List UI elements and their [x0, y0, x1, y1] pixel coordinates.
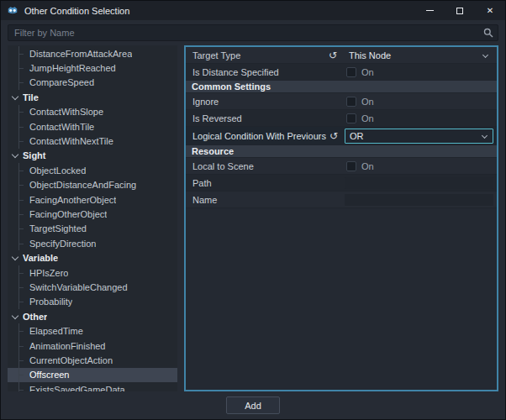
- property-value-cell: This Node: [341, 47, 497, 63]
- tree-guide: [8, 280, 24, 294]
- checkbox-label: On: [361, 97, 374, 107]
- section-header[interactable]: Common Settings: [186, 81, 497, 93]
- main-area: DistanceFromAttackAreaJumpHeightReachedC…: [8, 45, 498, 391]
- property-row: IgnoreOn: [186, 93, 497, 110]
- tree-item[interactable]: CurrentObjectAction: [8, 353, 177, 367]
- tree-item-label: ContactWithNextTile: [29, 136, 113, 146]
- condition-tree: DistanceFromAttackAreaJumpHeightReachedC…: [8, 45, 177, 391]
- tree-item-label: SwitchVariableChanged: [29, 282, 128, 292]
- tree-item-label: Probability: [29, 297, 72, 307]
- tree-item[interactable]: Offscreen: [8, 368, 177, 382]
- section-label: Common Settings: [192, 81, 271, 92]
- tree-category-label: Sight: [23, 150, 46, 160]
- filter-input[interactable]: [8, 24, 498, 41]
- tree-guide: [8, 353, 24, 367]
- tree-item-label: CurrentObjectAction: [29, 355, 113, 365]
- dialog-window: Other Condition Selection ✕ DistanceFrom…: [0, 0, 506, 420]
- minimize-button[interactable]: [414, 1, 445, 20]
- tree-guide: [8, 119, 24, 134]
- tree-item[interactable]: HPIsZero: [8, 265, 177, 280]
- maximize-button[interactable]: [445, 1, 475, 20]
- section-header[interactable]: Resource: [186, 145, 497, 158]
- tree-item-label: ExistsSavedGameData: [29, 385, 125, 391]
- filter-bar: [8, 24, 498, 41]
- tree-item[interactable]: ElapsedTime: [8, 323, 177, 338]
- text-field[interactable]: [345, 194, 493, 206]
- text-field[interactable]: [345, 177, 493, 189]
- tree-item[interactable]: CompareSpeed: [8, 76, 177, 90]
- chevron-down-icon: [12, 152, 18, 159]
- property-dropdown[interactable]: OR: [345, 129, 493, 144]
- tree-item[interactable]: ContactWithNextTile: [8, 134, 177, 148]
- tree-guide: [8, 105, 24, 119]
- tree-item-label: Offscreen: [29, 370, 70, 380]
- property-label: Name: [192, 195, 217, 205]
- tree-item[interactable]: DistanceFromAttackArea: [8, 46, 177, 60]
- property-label: Is Reversed: [192, 113, 242, 123]
- checkbox[interactable]: [346, 97, 356, 107]
- property-row: Is Distance SpecifiedOn: [186, 64, 497, 81]
- checkbox[interactable]: [346, 67, 356, 77]
- property-dropdown[interactable]: This Node: [345, 49, 493, 62]
- tree-item-label: CompareSpeed: [29, 77, 94, 87]
- tree-item[interactable]: SpecifyDirection: [8, 236, 177, 250]
- tree-guide: [8, 265, 24, 280]
- property-row: Logical Condition With Previours↺OR: [186, 127, 497, 145]
- tree-category-label: Tile: [23, 92, 39, 102]
- checkbox[interactable]: [346, 161, 356, 171]
- property-label-cell: Ignore: [186, 93, 341, 109]
- tree-item[interactable]: TargetSighted: [8, 222, 177, 236]
- revert-icon[interactable]: ↺: [326, 131, 338, 141]
- property-row: Local to SceneOn: [186, 158, 497, 175]
- tree-guide: [8, 134, 24, 148]
- search-icon: [483, 28, 493, 38]
- close-button[interactable]: ✕: [475, 1, 505, 20]
- property-label: Logical Condition With Previours: [192, 131, 326, 141]
- property-value-cell: On: [341, 64, 497, 80]
- tree-item-label: JumpHeightReached: [29, 63, 116, 73]
- tree-item[interactable]: FacingAnotherObject: [8, 192, 177, 207]
- tree-item[interactable]: ContactWithTile: [8, 119, 177, 134]
- property-label-cell: Local to Scene: [186, 158, 341, 174]
- tree-guide: [8, 163, 24, 177]
- property-label: Ignore: [192, 97, 219, 107]
- tree-item[interactable]: ContactWithSlope: [8, 105, 177, 119]
- tree-category[interactable]: Other: [8, 309, 177, 323]
- property-row: Name: [186, 192, 497, 208]
- checkbox[interactable]: [346, 113, 356, 123]
- titlebar[interactable]: Other Condition Selection ✕: [1, 1, 505, 20]
- tree-item[interactable]: ObjectLocked: [8, 163, 177, 177]
- chevron-down-icon: [12, 94, 18, 101]
- tree-item[interactable]: FacingOtherObject: [8, 207, 177, 221]
- property-label-cell: Is Reversed: [186, 110, 341, 126]
- tree-category[interactable]: Variable: [8, 250, 177, 265]
- tree-item[interactable]: JumpHeightReached: [8, 60, 177, 75]
- tree-item[interactable]: ObjectDistanceAndFacing: [8, 178, 177, 192]
- chevron-down-icon: [12, 255, 18, 261]
- add-button[interactable]: Add: [226, 396, 280, 414]
- property-value-cell: [341, 175, 497, 191]
- property-label: Is Distance Specified: [192, 67, 279, 77]
- tree-item[interactable]: AnimationFinished: [8, 339, 177, 353]
- checkbox-label: On: [361, 67, 374, 77]
- tree-item[interactable]: SwitchVariableChanged: [8, 280, 177, 294]
- dropdown-value: This Node: [349, 50, 391, 60]
- tree-category[interactable]: Sight: [8, 149, 177, 163]
- footer: Add: [8, 391, 498, 419]
- property-value-cell: On: [341, 93, 497, 109]
- chevron-down-icon: [482, 52, 489, 59]
- tree-item[interactable]: Probability: [8, 295, 177, 309]
- property-label-cell: Path: [186, 175, 341, 191]
- tree-item-label: TargetSighted: [29, 223, 87, 234]
- tree-guide: [8, 192, 24, 207]
- window-title: Other Condition Selection: [24, 6, 129, 16]
- property-label-cell: Logical Condition With Previours↺: [186, 127, 341, 144]
- tree-item[interactable]: ExistsSavedGameData: [8, 382, 177, 391]
- property-value-cell: OR: [341, 127, 497, 144]
- tree-category[interactable]: Tile: [8, 90, 177, 104]
- checkbox-label: On: [361, 161, 374, 171]
- tree-category-label: Other: [23, 312, 47, 322]
- tree-item-label: AnimationFinished: [29, 341, 106, 351]
- tree-item-label: ObjectDistanceAndFacing: [29, 180, 136, 190]
- revert-icon[interactable]: ↺: [325, 50, 337, 60]
